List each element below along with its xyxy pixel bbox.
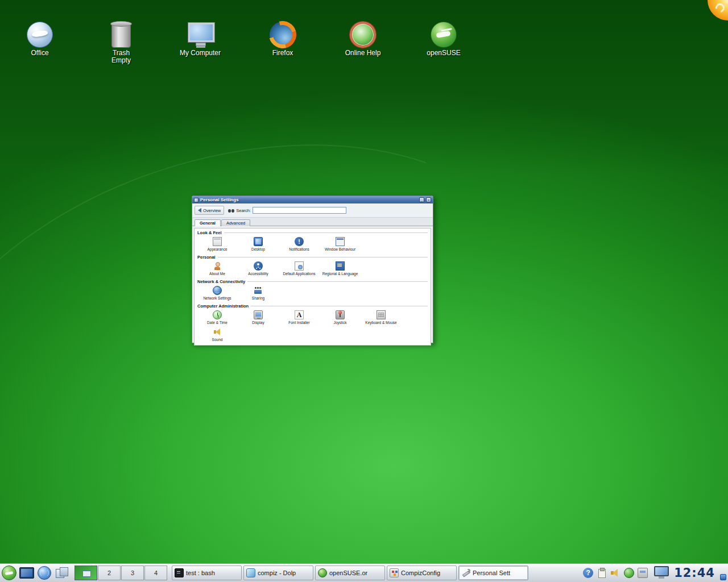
window-title: Personal Settings bbox=[200, 197, 417, 202]
desktop-icon-sublabel: Empty bbox=[97, 57, 145, 64]
section-title: Computer Administration bbox=[195, 302, 431, 309]
show-desktop-button[interactable] bbox=[19, 565, 35, 581]
settings-item-network-settings[interactable]: Network Settings bbox=[197, 285, 238, 302]
section-personal: Personal About Me Accessibility Default … bbox=[195, 253, 431, 278]
window-titlebar[interactable]: Personal Settings _ × bbox=[192, 196, 433, 203]
workspace-pager: 2 3 4 bbox=[75, 566, 167, 580]
section-title: Network & Connectivity bbox=[195, 278, 431, 285]
web-browser-launcher[interactable] bbox=[36, 565, 52, 581]
panel-expander-icon bbox=[720, 574, 726, 580]
wrench-icon bbox=[461, 568, 470, 577]
joystick-icon bbox=[336, 310, 345, 319]
tab-advanced[interactable]: Advanced bbox=[221, 219, 250, 226]
accessibility-icon bbox=[254, 261, 263, 271]
window-toolbar: Overview Search: bbox=[192, 203, 433, 218]
file-manager-launcher[interactable] bbox=[54, 565, 70, 581]
show-desktop-icon bbox=[19, 567, 34, 579]
desktop-icon-online-help[interactable]: Online Help bbox=[339, 17, 387, 57]
settings-item-keyboard-mouse[interactable]: Keyboard & Mouse bbox=[361, 309, 402, 326]
suse-menu-icon bbox=[2, 566, 16, 580]
desktop-icon-office[interactable]: Office bbox=[16, 17, 64, 57]
pager-desktop-2[interactable]: 2 bbox=[98, 566, 121, 580]
overview-button[interactable]: Overview bbox=[195, 206, 224, 215]
device-icon[interactable] bbox=[638, 568, 648, 578]
section-divider bbox=[247, 281, 428, 282]
network-settings-icon bbox=[213, 286, 222, 295]
back-arrow-icon bbox=[198, 208, 201, 213]
desktop-icon-label: Office bbox=[16, 49, 64, 57]
desktop-icon-label: My Computer bbox=[176, 49, 224, 57]
settings-item-accessibility[interactable]: Accessibility bbox=[238, 260, 279, 277]
font-installer-icon bbox=[295, 310, 304, 319]
settings-item-regional-language[interactable]: Regional & Language bbox=[320, 260, 361, 277]
section-look-and-feel: Look & Feel Appearance Desktop Notificat… bbox=[195, 229, 431, 253]
settings-item-appearance[interactable]: Appearance bbox=[197, 236, 238, 253]
plasma-toolbox-icon[interactable] bbox=[708, 0, 728, 20]
about-me-icon bbox=[213, 261, 222, 271]
settings-item-date-time[interactable]: Date & Time bbox=[197, 309, 238, 326]
settings-item-sharing[interactable]: Sharing bbox=[238, 285, 279, 302]
section-divider bbox=[251, 306, 428, 306]
close-button[interactable]: × bbox=[426, 197, 431, 202]
task-compizconfig[interactable]: CompizConfig bbox=[387, 566, 457, 580]
date-time-icon bbox=[213, 310, 222, 319]
sharing-icon bbox=[254, 286, 263, 295]
system-tray bbox=[581, 568, 650, 578]
task-test-bash[interactable]: test : bash bbox=[172, 566, 242, 580]
desktop-icon-opensuse[interactable]: openSUSE bbox=[420, 17, 468, 57]
settings-content: Look & Feel Appearance Desktop Notificat… bbox=[194, 228, 431, 346]
desktop-icon-label: Online Help bbox=[339, 49, 387, 57]
pager-desktop-4[interactable]: 4 bbox=[144, 566, 167, 580]
keyboard-mouse-icon bbox=[377, 310, 386, 319]
display-icon bbox=[254, 310, 263, 319]
pager-desktop-3[interactable]: 3 bbox=[121, 566, 144, 580]
section-computer-administration: Computer Administration Date & Time Disp… bbox=[195, 302, 431, 344]
desktop-icon-firefox[interactable]: Firefox bbox=[259, 17, 307, 57]
appearance-icon bbox=[213, 237, 222, 246]
settings-item-sound[interactable]: Sound bbox=[197, 326, 238, 343]
window-icon bbox=[194, 198, 198, 202]
settings-item-joystick[interactable]: Joystick bbox=[320, 309, 361, 326]
pager-desktop-1[interactable] bbox=[75, 566, 97, 580]
settings-item-notifications[interactable]: Notifications bbox=[279, 236, 320, 253]
desktop-icon-label: openSUSE bbox=[420, 49, 468, 57]
klipper-icon[interactable] bbox=[597, 568, 607, 578]
task-compiz-dolphin[interactable]: compiz - Dolp bbox=[243, 566, 313, 580]
clock[interactable]: 12:44 bbox=[673, 566, 717, 580]
my-computer-icon bbox=[187, 22, 214, 48]
settings-item-window-behaviour[interactable]: Window Behaviour bbox=[320, 236, 361, 253]
application-menu-button[interactable] bbox=[1, 565, 17, 581]
display-settings-icon[interactable] bbox=[654, 566, 669, 580]
section-title: Personal bbox=[195, 253, 431, 260]
web-browser-icon bbox=[38, 566, 51, 580]
settings-item-desktop[interactable]: Desktop bbox=[238, 236, 279, 253]
panel-expander[interactable] bbox=[719, 566, 727, 580]
volume-icon[interactable] bbox=[610, 568, 621, 578]
trash-icon bbox=[111, 23, 131, 48]
task-personal-settings[interactable]: Personal Sett bbox=[458, 566, 528, 580]
section-divider bbox=[224, 232, 428, 233]
search-area: Search: bbox=[228, 207, 346, 214]
file-manager-icon bbox=[56, 567, 68, 579]
help-icon[interactable] bbox=[583, 568, 593, 578]
section-network-connectivity: Network & Connectivity Network Settings … bbox=[195, 278, 431, 302]
compiz-icon bbox=[390, 568, 399, 577]
search-input[interactable] bbox=[253, 207, 346, 214]
online-help-icon bbox=[350, 22, 376, 48]
minimize-button[interactable]: _ bbox=[419, 197, 424, 202]
tab-general[interactable]: General bbox=[195, 219, 221, 226]
settings-item-about-me[interactable]: About Me bbox=[197, 260, 238, 277]
search-icon bbox=[228, 208, 234, 213]
network-icon[interactable] bbox=[624, 568, 634, 578]
desktop-icon-trash[interactable]: Trash Empty bbox=[97, 17, 145, 64]
settings-item-font-installer[interactable]: Font Installer bbox=[279, 309, 320, 326]
desktop-icon-my-computer[interactable]: My Computer bbox=[176, 17, 224, 57]
personal-settings-window: Personal Settings _ × Overview Search: G… bbox=[192, 196, 433, 343]
settings-item-default-applications[interactable]: Default Applications bbox=[279, 260, 320, 277]
task-opensuse-org[interactable]: openSUSE.or bbox=[315, 566, 385, 580]
opensuse-icon bbox=[431, 22, 457, 48]
notifications-icon bbox=[295, 237, 304, 246]
settings-item-display[interactable]: Display bbox=[238, 309, 279, 326]
default-applications-icon bbox=[295, 261, 304, 271]
section-divider bbox=[218, 257, 428, 257]
